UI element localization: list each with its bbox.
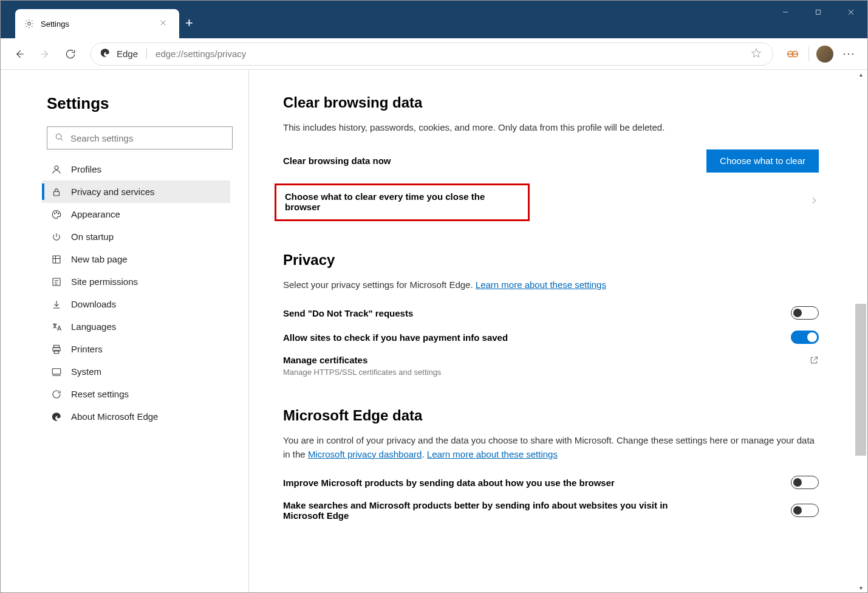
maximize-button[interactable] <box>802 1 835 24</box>
make-searches-better-label: Make searches and Microsoft products bet… <box>283 500 678 521</box>
search-settings-input[interactable] <box>70 133 225 143</box>
payment-check-label: Allow sites to check if you have payment… <box>283 332 508 343</box>
favorite-icon[interactable] <box>751 47 762 60</box>
nav-new-tab-page[interactable]: New tab page <box>42 248 230 270</box>
back-button[interactable] <box>7 41 32 67</box>
nav-reset-settings[interactable]: Reset settings <box>42 383 230 405</box>
payment-check-toggle[interactable] <box>791 331 819 344</box>
nav-label: Profiles <box>71 164 101 174</box>
permissions-icon <box>50 276 63 287</box>
clear-data-desc: This includes history, passwords, cookie… <box>283 121 819 135</box>
title-bar: Settings + <box>1 1 867 38</box>
edge-logo-icon <box>50 411 63 422</box>
forward-button[interactable] <box>32 41 58 67</box>
svg-rect-13 <box>54 345 60 348</box>
nav-printers[interactable]: Printers <box>42 338 230 360</box>
svg-rect-11 <box>53 256 60 263</box>
settings-heading: Settings <box>47 94 249 113</box>
settings-main: Clear browsing data This includes histor… <box>249 70 867 592</box>
window-controls <box>769 1 867 24</box>
manage-certificates-sub: Manage HTTPS/SSL certificates and settin… <box>283 368 441 377</box>
do-not-track-toggle[interactable] <box>791 306 819 320</box>
tab-close-button[interactable] <box>155 15 171 32</box>
nav-site-permissions[interactable]: Site permissions <box>42 270 230 293</box>
nav-profiles[interactable]: Profiles <box>42 158 230 180</box>
nav-system[interactable]: System <box>42 360 230 383</box>
settings-sidebar: Settings Profiles Privacy and services <box>1 70 249 592</box>
scroll-up-arrow[interactable]: ▴ <box>859 70 863 79</box>
nav-label: On startup <box>71 231 114 242</box>
nav-label: Languages <box>71 321 116 332</box>
nav-privacy-services[interactable]: Privacy and services <box>42 180 230 203</box>
profile-avatar[interactable] <box>816 46 833 63</box>
improve-products-row: Improve Microsoft products by sending da… <box>283 476 819 489</box>
scroll-thumb[interactable] <box>855 304 866 456</box>
more-menu-button[interactable]: ··· <box>837 47 861 60</box>
improve-products-label: Improve Microsoft products by sending da… <box>283 478 615 488</box>
svg-point-0 <box>28 22 31 26</box>
svg-point-5 <box>56 134 61 139</box>
nav-about[interactable]: About Microsoft Edge <box>42 405 230 428</box>
privacy-learn-more-link[interactable]: Learn more about these settings <box>476 279 606 290</box>
edge-data-heading: Microsoft Edge data <box>283 407 819 424</box>
edge-icon <box>100 47 111 60</box>
lock-icon <box>50 187 63 197</box>
choose-on-close-row-highlight: Choose what to clear every time you clos… <box>275 183 530 221</box>
manage-certificates-row[interactable]: Manage certificates Manage HTTPS/SSL cer… <box>283 355 819 377</box>
privacy-dashboard-link[interactable]: Microsoft privacy dashboard <box>308 449 422 459</box>
svg-point-9 <box>56 211 57 213</box>
clear-now-row: Clear browsing data now Choose what to c… <box>283 149 819 173</box>
address-url: edge://settings/privacy <box>155 49 246 59</box>
nav-label: Printers <box>71 344 103 354</box>
svg-rect-15 <box>54 350 59 353</box>
address-bar[interactable]: Edge edge://settings/privacy <box>91 43 773 66</box>
nav-languages[interactable]: Languages <box>42 315 230 338</box>
reset-icon <box>50 389 63 400</box>
person-icon <box>50 164 63 175</box>
external-link-icon <box>809 355 819 368</box>
download-icon <box>50 299 63 310</box>
edge-data-learn-more-link[interactable]: Learn more about these settings <box>427 449 558 459</box>
edge-data-desc: You are in control of your privacy and t… <box>283 434 819 461</box>
nav-appearance[interactable]: Appearance <box>42 203 230 225</box>
clear-now-label: Clear browsing data now <box>283 156 391 166</box>
choose-what-to-clear-button[interactable]: Choose what to clear <box>706 149 819 173</box>
nav-label: Downloads <box>71 299 116 309</box>
nav-downloads[interactable]: Downloads <box>42 293 230 315</box>
nav-on-startup[interactable]: On startup <box>42 225 230 248</box>
nav-label: System <box>71 366 101 377</box>
do-not-track-row: Send "Do Not Track" requests <box>283 306 819 320</box>
refresh-button[interactable] <box>58 41 83 67</box>
search-icon <box>55 132 64 145</box>
chevron-right-icon[interactable] <box>809 195 819 209</box>
privacy-desc: Select your privacy settings for Microso… <box>283 278 819 292</box>
privacy-heading: Privacy <box>283 252 819 269</box>
choose-on-close-label[interactable]: Choose what to clear every time you clos… <box>285 191 485 212</box>
nav-label: Reset settings <box>71 389 129 399</box>
browser-tab[interactable]: Settings <box>15 9 179 38</box>
content-area: Settings Profiles Privacy and services <box>1 70 867 592</box>
search-settings-box[interactable] <box>47 126 233 149</box>
scrollbar[interactable]: ▴ ▾ <box>855 70 866 592</box>
browser-window: Settings + Edge edge://settings/priv <box>0 0 868 593</box>
svg-rect-7 <box>54 191 60 196</box>
power-icon <box>50 231 63 242</box>
nav-label: Privacy and services <box>71 187 155 197</box>
grid-icon <box>50 254 63 265</box>
printer-icon <box>50 344 63 355</box>
improve-products-toggle[interactable] <box>791 476 819 489</box>
extension-icon[interactable] <box>784 46 801 63</box>
close-window-button[interactable] <box>835 1 867 24</box>
nav-label: Appearance <box>71 209 120 219</box>
minimize-button[interactable] <box>769 1 802 24</box>
system-icon <box>50 366 63 377</box>
make-searches-better-toggle[interactable] <box>791 504 819 517</box>
payment-check-row: Allow sites to check if you have payment… <box>283 331 819 344</box>
scroll-down-arrow[interactable]: ▾ <box>859 583 863 592</box>
manage-certificates-label: Manage certificates <box>283 355 441 365</box>
clear-data-heading: Clear browsing data <box>283 94 819 111</box>
svg-rect-16 <box>52 368 61 374</box>
new-tab-button[interactable]: + <box>185 15 193 31</box>
nav-label: About Microsoft Edge <box>71 411 158 422</box>
toolbar: Edge edge://settings/privacy ··· <box>1 38 867 70</box>
